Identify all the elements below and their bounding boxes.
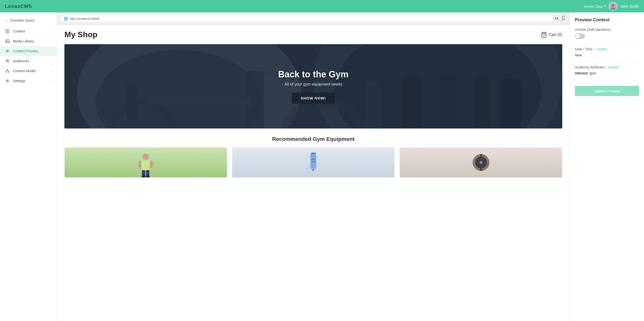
arrow-left-icon: ← (5, 18, 8, 22)
product-card-2[interactable] (232, 147, 395, 178)
avatar-image (610, 3, 616, 10)
sidebar-item-content-model[interactable]: Content Model › (0, 66, 57, 76)
svg-rect-51 (480, 154, 482, 159)
svg-rect-29 (438, 71, 456, 128)
top-header: LexasCMS Acme Corp ▾ John Smith (0, 0, 644, 13)
model-icon (5, 68, 10, 73)
user-name: John Smith (620, 4, 639, 9)
sidebar-item-media-library[interactable]: Media Library (0, 36, 57, 46)
settings-icon (5, 78, 10, 83)
image-icon (5, 39, 10, 44)
product-image-1 (65, 147, 227, 177)
mobile-view-button[interactable] (561, 16, 566, 22)
shop-title: My Shop (64, 30, 97, 39)
svg-point-50 (480, 161, 482, 164)
sidebar-item-settings[interactable]: Settings › (0, 76, 57, 86)
svg-rect-38 (150, 161, 153, 168)
product-person-bg (65, 147, 227, 177)
toggle-thumb (576, 34, 580, 39)
sidebar-back-label: Example Space (10, 18, 35, 22)
svg-point-11 (6, 60, 8, 61)
avatar (608, 2, 618, 11)
sidebar-back[interactable]: ← Example Space (0, 16, 57, 24)
svg-point-12 (8, 60, 9, 61)
url-bar[interactable]: 🌐 http://localhost:3000/ (61, 15, 552, 22)
svg-point-47 (312, 169, 314, 171)
svg-rect-46 (311, 161, 315, 162)
audience-label: Audience Attributes - Update (575, 65, 639, 69)
svg-point-10 (7, 51, 8, 52)
eye-icon (5, 49, 10, 54)
products-grid (64, 147, 562, 178)
svg-line-17 (8, 70, 9, 71)
chevron-right-icon-3: › (51, 79, 52, 83)
audience-section: Audience Attributes - Update Interest: g… (575, 65, 639, 75)
svg-point-13 (7, 69, 8, 70)
divider-1 (575, 44, 639, 44)
recommended-title: Recommended Gym Equipment (64, 136, 562, 142)
svg-point-14 (6, 71, 7, 72)
svg-rect-27 (365, 81, 381, 128)
sidebar-item-content-label: Content (13, 29, 52, 33)
url-text: http://localhost:3000/ (70, 17, 100, 21)
toggle-container (575, 34, 639, 39)
svg-rect-37 (138, 161, 142, 168)
product-card-1[interactable] (64, 147, 227, 178)
hero-banner: Back to the Gym All of your gym equipmen… (64, 44, 562, 128)
datetime-value: Now (575, 53, 639, 57)
svg-line-16 (6, 70, 8, 71)
divider-2 (575, 62, 639, 62)
preview-area: My Shop Cart (0) (57, 25, 570, 321)
sidebar-item-model-label: Content Model (13, 69, 48, 73)
svg-rect-30 (474, 76, 490, 128)
product-dark-bg (400, 147, 562, 177)
org-selector[interactable]: Acme Corp ▾ (584, 4, 606, 9)
svg-point-15 (8, 71, 9, 72)
product-image-3 (400, 147, 562, 177)
svg-rect-36 (142, 160, 150, 171)
product-image-2 (232, 147, 394, 177)
hero-content: Back to the Gym All of your gym equipmen… (278, 69, 348, 104)
sidebar-item-content-preview[interactable]: Content Preview (0, 46, 57, 56)
chevron-right-icon-2: › (51, 69, 52, 73)
people-icon (5, 59, 10, 64)
hero-title: Back to the Gym (278, 69, 348, 80)
org-name: Acme Corp (584, 4, 603, 9)
chevron-right-icon: › (51, 59, 52, 63)
sidebar-item-audiences-label: Audiences (13, 59, 48, 63)
sidebar-item-audiences[interactable]: Audiences › (0, 56, 57, 66)
dark-equipment-svg (471, 152, 491, 173)
product-card-3[interactable] (400, 147, 562, 178)
chevron-down-icon: ▾ (604, 5, 606, 8)
sidebar-item-media-label: Media Library (13, 39, 52, 43)
svg-rect-43 (311, 152, 316, 154)
svg-rect-40 (146, 170, 149, 176)
sidebar: ← Example Space Content Media Library Co… (0, 13, 57, 321)
svg-rect-7 (6, 40, 9, 43)
logo-text-1: Lexas (5, 4, 20, 9)
draft-label: Include Draft Variations (575, 28, 639, 32)
equipment-svg (306, 151, 321, 174)
product-equipment-bg (232, 147, 394, 177)
shop-header: My Shop Cart (0) (64, 30, 562, 39)
svg-rect-45 (311, 159, 315, 160)
header-right: Acme Corp ▾ John Smith (584, 2, 639, 11)
sidebar-item-content[interactable]: Content (0, 26, 57, 36)
cart-button[interactable]: Cart (0) (541, 32, 562, 38)
hero-cta-button[interactable]: SHOW NOW! (292, 93, 335, 104)
logo-text-2: CMS (20, 4, 32, 9)
svg-point-18 (7, 80, 8, 82)
refresh-button[interactable]: ⟳ (555, 16, 559, 22)
draft-toggle[interactable] (575, 34, 585, 39)
datetime-update-link[interactable]: Update (596, 47, 607, 51)
audience-update-link[interactable]: Update (608, 65, 619, 69)
person-svg (136, 152, 156, 177)
main-content: 🌐 http://localhost:3000/ ⟳ My Shop Cart … (57, 13, 570, 321)
sidebar-item-settings-label: Settings (13, 79, 48, 83)
right-panel: Preview Context Include Draft Variations… (570, 13, 644, 321)
update-preview-button[interactable]: Update Preview (575, 86, 639, 96)
document-icon (5, 29, 10, 34)
browser-bar: 🌐 http://localhost:3000/ ⟳ (57, 13, 570, 25)
divider-3 (575, 80, 639, 80)
sidebar-item-preview-label: Content Preview (13, 49, 52, 53)
